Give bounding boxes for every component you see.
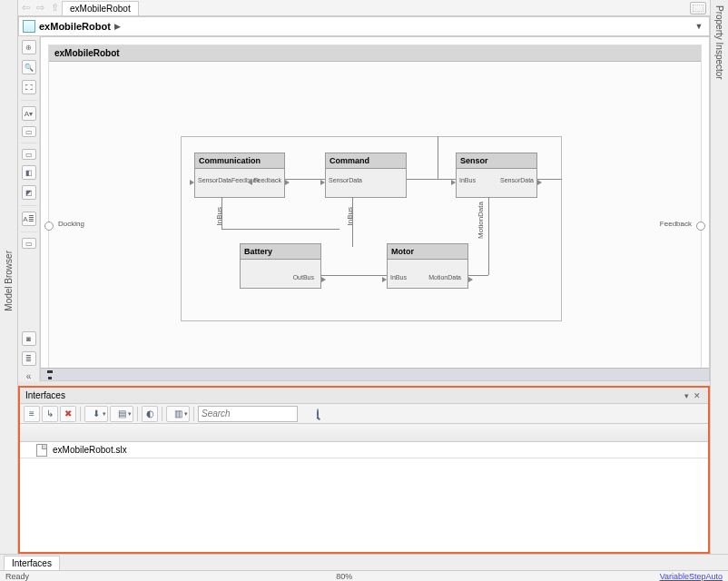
block-command[interactable]: Command SensorData	[325, 153, 407, 198]
search-box[interactable]	[198, 406, 298, 422]
status-ready: Ready	[5, 572, 29, 581]
interfaces-toolbar: ≡ ↳ ✖ ⬇ ▤ ◐ ▥	[20, 404, 708, 424]
tab-interfaces[interactable]: Interfaces	[4, 556, 60, 570]
interfaces-header-row	[20, 424, 708, 442]
external-outport-feedback[interactable]	[696, 222, 705, 231]
interfaces-titlebar: Interfaces ▾ ✕	[20, 388, 708, 404]
breadcrumb-root[interactable]: exMobileRobot	[39, 21, 111, 32]
tool-explore[interactable]: ⊕	[22, 40, 36, 54]
file-icon	[36, 444, 47, 457]
search-input[interactable]	[202, 409, 317, 419]
toolbox-collapse-icon[interactable]: «	[26, 371, 32, 381]
import-button[interactable]: ⬇	[84, 406, 108, 422]
canvas-area: ⊕ 🔍 ⛶ A▾ ▭ ▭ ◧ ◩ A≣ ▭ ◙ ≣ « exMobileRobo…	[18, 36, 710, 381]
close-icon[interactable]: ✕	[692, 390, 703, 401]
block-communication[interactable]: Communication SensorData Feedback Feedba…	[194, 153, 285, 198]
block-command-title: Command	[325, 153, 407, 169]
block-battery[interactable]: Battery OutBus	[240, 243, 321, 289]
filter-button[interactable]: ◐	[142, 406, 158, 422]
property-inspector-label: Property Inspector	[714, 5, 724, 80]
sensor-motion-label: MotionData	[477, 202, 485, 239]
statusbar: Ready 80% VariableStepAuto	[0, 570, 728, 581]
status-zoom[interactable]: 80%	[336, 572, 352, 581]
canvas-footer	[41, 368, 709, 380]
model-tab-label: exMobileRobot	[70, 4, 131, 14]
model-block: exMobileRobot Docking Feedback Communica…	[48, 44, 702, 373]
model-browser-sidebar[interactable]: Model Browser	[0, 0, 18, 561]
block-communication-title: Communication	[194, 153, 285, 169]
keyboard-icon[interactable]	[690, 2, 706, 15]
feedback-out-label: Feedback	[660, 220, 692, 228]
property-inspector-sidebar[interactable]: Property Inspector	[710, 0, 728, 561]
interfaces-title-label: Interfaces	[25, 390, 65, 400]
block-motor-title: Motor	[387, 243, 468, 260]
interfaces-file-label: exMobileRobot.slx	[53, 445, 127, 455]
status-solver[interactable]: VariableStepAuto	[660, 572, 723, 581]
tool-camera[interactable]: ◙	[22, 331, 36, 346]
tool-box[interactable]: ▭	[22, 238, 36, 249]
tool-fit[interactable]: ⛶	[22, 80, 36, 94]
nav-forward-icon[interactable]: ⇨	[33, 1, 47, 15]
model-browser-label: Model Browser	[4, 251, 14, 311]
tool-snapshot[interactable]: ◩	[22, 185, 36, 200]
block-battery-title: Battery	[240, 243, 321, 260]
breadcrumb-dropdown[interactable]: ▼	[693, 20, 705, 33]
tool-comment[interactable]: A≣	[22, 212, 36, 226]
export-button[interactable]: ▤	[110, 406, 133, 422]
block-sensor-title: Sensor	[456, 153, 537, 169]
interfaces-panel: Interfaces ▾ ✕ ≡ ↳ ✖ ⬇ ▤ ◐ ▥ exMobileRob…	[18, 386, 710, 554]
interfaces-body: exMobileRobot.slx	[20, 424, 708, 552]
tool-image[interactable]: ▭	[22, 126, 36, 137]
link-button[interactable]: ↳	[42, 406, 58, 422]
minimize-icon[interactable]: ▾	[681, 390, 692, 401]
bottom-tabs: Interfaces	[0, 554, 728, 570]
tool-area[interactable]: ▭	[22, 149, 36, 160]
hierarchy-icon[interactable]	[44, 370, 55, 379]
tool-viewmark[interactable]: ◧	[22, 165, 36, 180]
chevron-right-icon: ▶	[114, 22, 121, 31]
toolbox: ⊕ 🔍 ⛶ A▾ ▭ ▭ ◧ ◩ A≣ ▭ ◙ ≣ «	[18, 36, 40, 381]
view-button[interactable]: ▥	[166, 406, 190, 422]
tool-zoom[interactable]: 🔍	[22, 60, 36, 74]
external-inport-docking[interactable]	[44, 222, 54, 231]
nav-back-icon[interactable]: ⇦	[18, 1, 33, 15]
model-title: exMobileRobot	[49, 45, 701, 62]
new-interface-button[interactable]: ≡	[24, 406, 40, 422]
search-icon[interactable]	[317, 409, 319, 419]
block-sensor[interactable]: Sensor InBus SensorData	[456, 153, 537, 198]
model-icon[interactable]	[23, 20, 35, 33]
diagram-canvas[interactable]: exMobileRobot Docking Feedback Communica…	[40, 36, 710, 381]
tool-layers[interactable]: ≣	[22, 351, 36, 366]
delete-button[interactable]: ✖	[60, 406, 76, 422]
tool-annotation[interactable]: A▾	[22, 106, 36, 121]
model-tab[interactable]: exMobileRobot	[62, 1, 139, 15]
block-motor[interactable]: Motor InBus MotionData	[387, 243, 468, 289]
nav-up-icon[interactable]: ⇧	[47, 1, 62, 15]
docking-label: Docking	[58, 220, 84, 228]
breadcrumb: exMobileRobot ▶ ▼	[18, 16, 710, 36]
interfaces-file-row[interactable]: exMobileRobot.slx	[20, 442, 708, 458]
top-nav: ⇦ ⇨ ⇧ exMobileRobot	[18, 0, 710, 16]
